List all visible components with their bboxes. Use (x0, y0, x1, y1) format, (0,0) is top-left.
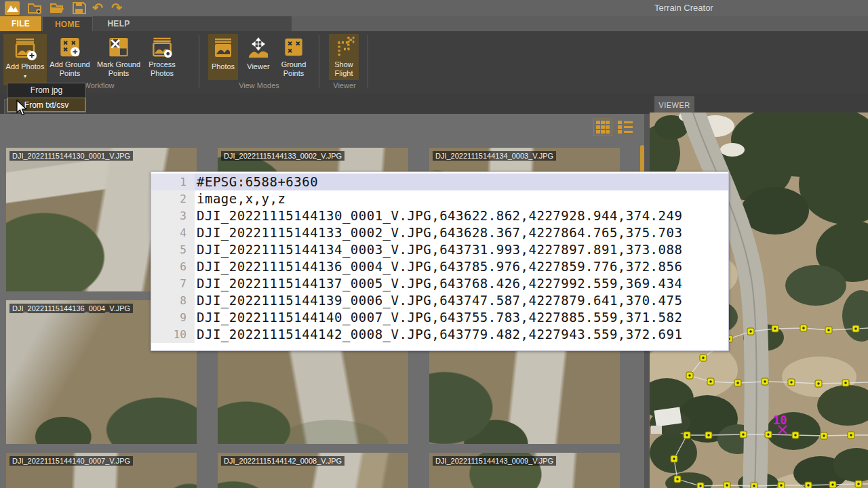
photos-view-label: Photos (212, 62, 235, 70)
open-icon[interactable] (50, 1, 64, 15)
save-icon[interactable] (72, 1, 87, 15)
waypoint-center-dot (827, 329, 829, 331)
ribbon-group-separator (199, 35, 199, 88)
photo-filename-label: DJI_20221115144134_0003_V.JPG (433, 151, 556, 161)
redo-icon[interactable]: ↷ (111, 1, 126, 15)
photo-filename-label: DJI_20221115144140_0007_V.JPG (9, 456, 133, 466)
waypoint-center-dot (709, 380, 711, 382)
csv-line: 8DJI_20221115144139_0006_V.JPG,643747.58… (151, 292, 728, 309)
process-photos-button[interactable]: Process Photos (144, 34, 180, 80)
csv-line: 2image,x,y,z (151, 190, 728, 207)
photos-view-button[interactable]: Photos (208, 34, 238, 80)
waypoint-center-dot (774, 327, 776, 329)
group-label-viewer: Viewer (304, 81, 385, 89)
line-number: 6 (151, 258, 195, 275)
line-text: DJI_20221115144130_0001_V.JPG,643622.862… (195, 207, 728, 224)
line-text: DJI_20221115144133_0002_V.JPG,643628.367… (195, 224, 728, 241)
photo-filename-label: DJI_20221115144130_0001_V.JPG (9, 151, 133, 161)
waypoint-center-dot (707, 434, 709, 436)
line-text: DJI_20221115144136_0004_V.JPG,643785.976… (195, 258, 728, 275)
ribbon-tab-row: FILE HOME HELP (0, 16, 868, 31)
waypoint-center-dot (742, 433, 744, 435)
waypoint-center-dot (726, 484, 728, 486)
list-view-toggle[interactable] (616, 119, 635, 136)
waypoint-center-dot (794, 434, 796, 436)
waypoint-center-dot (676, 478, 678, 480)
waypoint-center-dot (780, 484, 782, 486)
csv-line: 4DJI_20221115144133_0002_V.JPG,643628.36… (151, 224, 728, 241)
mouse-cursor (16, 100, 28, 117)
tab-help[interactable]: HELP (94, 16, 144, 31)
waypoint-center-dot (854, 327, 856, 329)
csv-line: 3DJI_20221115144130_0001_V.JPG,643622.86… (151, 207, 728, 224)
menu-item-from-jpg[interactable]: From jpg (7, 83, 85, 98)
waypoint-center-dot (736, 382, 738, 384)
add-ground-points-button[interactable]: Add Ground Points (47, 34, 92, 80)
grid-view-toggle[interactable] (593, 119, 612, 136)
show-flight-button[interactable]: Show Flight (329, 34, 359, 80)
mark-ground-points-button[interactable]: Mark Ground Points (94, 34, 143, 80)
line-text: DJI_20221115144134_0003_V.JPG,643731.993… (195, 241, 728, 258)
csv-line: 6DJI_20221115144136_0004_V.JPG,643785.97… (151, 258, 728, 275)
line-text: DJI_20221115144140_0007_V.JPG,643755.783… (195, 309, 728, 326)
waypoint-center-dot (699, 485, 701, 487)
waypoint-center-dot (673, 458, 675, 460)
viewer-view-button[interactable]: Viewer (241, 34, 275, 80)
photo-filename-label: DJI_20221115144133_0002_V.JPG (221, 151, 344, 161)
viewer-icon (245, 35, 271, 62)
csv-line: 9DJI_20221115144140_0007_V.JPG,643755.78… (151, 309, 728, 326)
waypoint-center-dot (749, 330, 751, 332)
line-number: 9 (151, 309, 195, 326)
panel-tab-strip: VIEWER (0, 93, 868, 114)
line-number: 5 (151, 241, 195, 258)
undo-icon[interactable]: ↶ (92, 1, 107, 15)
viewer-panel-tab[interactable]: VIEWER (654, 96, 694, 114)
dropdown-caret-icon: ▾ (24, 73, 26, 79)
ribbon-group-separator (319, 35, 319, 88)
line-number: 2 (151, 190, 195, 207)
group-label-view-modes: View Modes (218, 81, 300, 89)
line-number: 10 (151, 326, 195, 343)
ribbon-group-separator (368, 35, 368, 88)
mark-ground-points-label: Mark Ground Points (97, 60, 140, 77)
waypoint-center-dot (702, 357, 704, 359)
ground-points-icon (281, 35, 307, 60)
waypoint-center-dot (686, 434, 688, 436)
waypoint-center-dot (817, 382, 819, 384)
app-title: Terrain Creator (654, 3, 713, 13)
waypoint-center-dot (764, 380, 766, 382)
line-number: 1 (151, 174, 195, 190)
flight-photo-index-label: 10 (773, 413, 787, 427)
ground-points-view-button[interactable]: Ground Points (276, 34, 311, 80)
add-ground-points-icon (57, 35, 83, 60)
line-text: DJI_20221115144139_0006_V.JPG,643747.587… (195, 292, 728, 309)
tab-file[interactable]: FILE (0, 16, 41, 31)
photo-thumbnail[interactable]: DJI_20221115144140_0007_V.JPG (6, 453, 197, 488)
csv-line: 5DJI_20221115144134_0003_V.JPG,643731.99… (151, 241, 728, 258)
add-photos-label: Add Photos (6, 62, 45, 70)
waypoint-center-dot (831, 483, 833, 485)
photo-filename-label: DJI_20221115144142_0008_V.JPG (221, 456, 344, 466)
photo-filename-label: DJI_20221115144143_0009_V.JPG (433, 456, 556, 466)
show-flight-label: Show Flight (334, 60, 353, 77)
photos-icon (210, 35, 236, 62)
process-photos-label: Process Photos (149, 60, 176, 77)
photo-thumbnail[interactable]: DJI_20221115144143_0009_V.JPG (429, 453, 620, 488)
tab-home[interactable]: HOME (42, 16, 93, 31)
line-text: DJI_20221115144142_0008_V.JPG,643779.482… (195, 326, 728, 343)
line-number: 3 (151, 207, 195, 224)
mark-ground-points-icon (106, 35, 132, 60)
new-project-icon[interactable] (27, 1, 42, 15)
csv-line: 10DJI_20221115144142_0008_V.JPG,643779.4… (151, 326, 728, 343)
ribbon: Add Photos ▾ Add Ground Points Mark Grou… (0, 31, 868, 93)
photo-thumbnail[interactable]: DJI_20221115144142_0008_V.JPG (218, 453, 408, 488)
photo-filename-label: DJI_20221115144136_0004_V.JPG (9, 304, 133, 313)
title-bar: ↶ ↷ Terrain Creator (0, 0, 868, 16)
add-photos-icon (12, 35, 38, 62)
line-number: 8 (151, 292, 195, 309)
show-flight-icon (331, 35, 357, 60)
waypoint-center-dot (823, 434, 825, 436)
waypoint-center-dot (857, 483, 859, 485)
waypoint-center-dot (802, 327, 804, 329)
add-photos-button[interactable]: Add Photos ▾ (3, 34, 47, 85)
